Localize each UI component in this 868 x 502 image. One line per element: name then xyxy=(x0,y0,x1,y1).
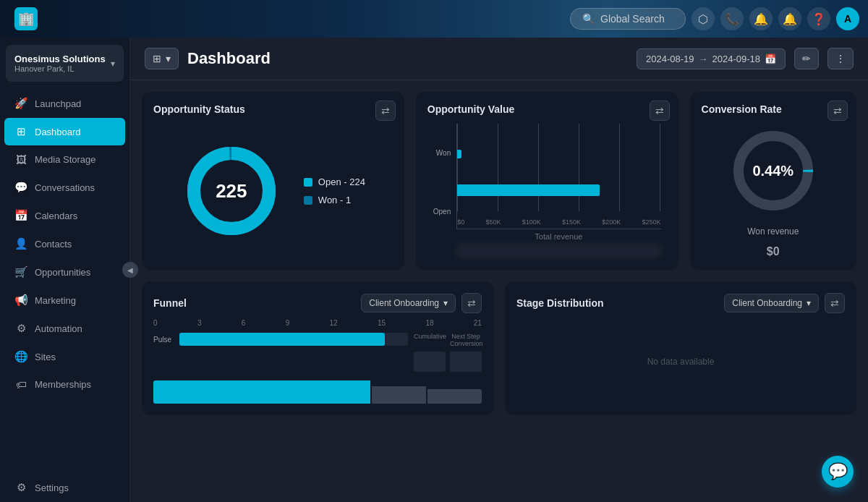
funnel-segment-3 xyxy=(427,389,482,404)
widgets-row-2: Funnel Client Onboarding ▾ ⇄ 0 3 xyxy=(142,281,856,415)
funnel-dropdown[interactable]: Client Onboarding ▾ xyxy=(361,294,456,312)
topbar: 🏢 🔍 Global Search ⬡ 📞 🔔 🔔 ❓ A xyxy=(0,0,868,38)
legend-item-won: Won - 1 xyxy=(304,195,365,205)
funnel-segment-2 xyxy=(372,386,426,404)
dashboard-view-toggle[interactable]: ⊞ ▾ xyxy=(145,48,179,69)
date-range-picker[interactable]: 2024-08-19 → 2024-09-18 📅 xyxy=(637,48,786,69)
sidebar-item-calendars[interactable]: 📅 Calendars xyxy=(4,202,125,229)
notification-plus-icon[interactable]: 🔔 xyxy=(749,7,773,30)
bar-won xyxy=(457,150,461,158)
col-cumulative-label: Cumulative xyxy=(414,333,446,347)
marketing-icon: 📢 xyxy=(14,294,27,307)
legend-dot-open xyxy=(304,178,312,187)
sidebar-item-label: Launchpad xyxy=(35,98,81,109)
date-from: 2024-08-19 xyxy=(646,54,694,64)
funnel-bar-fill xyxy=(179,333,385,346)
sidebar-item-automation[interactable]: ⚙ Automation xyxy=(4,315,125,342)
sidebar-item-memberships[interactable]: 🏷 Memberships xyxy=(4,371,125,398)
sidebar-item-marketing[interactable]: 📢 Marketing xyxy=(4,286,125,314)
legend-dot-won xyxy=(304,196,312,205)
contacts-icon: 👤 xyxy=(14,237,27,250)
stage-distribution-dropdown[interactable]: Client Onboarding ▾ xyxy=(724,294,819,312)
media-icon: 🖼 xyxy=(14,153,27,166)
conversion-rate-widget: Conversion Rate ⇄ 0.44% Won revenue $0 xyxy=(690,92,856,270)
chevron-down-icon: ▾ xyxy=(166,53,171,64)
sidebar-item-settings[interactable]: ⚙ Settings xyxy=(4,474,125,501)
sidebar-nav: 🚀 Launchpad ⊞ Dashboard 🖼 Media Storage … xyxy=(0,89,129,399)
chat-bubble-button[interactable]: 💬 xyxy=(822,456,854,488)
funnel-content: 0 3 6 9 12 15 18 21 xyxy=(153,319,482,404)
sidebar-item-label: Sites xyxy=(35,352,56,362)
blurred-value xyxy=(456,244,660,258)
widget-settings-button[interactable]: ⇄ xyxy=(650,101,670,121)
x-label-100k: $100K xyxy=(522,218,541,226)
funnel-settings-button[interactable]: ⇄ xyxy=(461,293,482,313)
widget-settings-button[interactable]: ⇄ xyxy=(827,101,848,121)
widget-settings-button[interactable]: ⇄ xyxy=(375,101,396,121)
calendars-icon: 📅 xyxy=(14,209,27,222)
x-label-200k: $200K xyxy=(602,218,621,226)
widget-title: Opportunity Status xyxy=(153,103,393,115)
sidebar-item-contacts[interactable]: 👤 Contacts xyxy=(4,230,125,258)
col-nextstep-label: Next StepConversion xyxy=(450,333,482,347)
sidebar-item-conversations[interactable]: 💬 Conversations xyxy=(4,174,125,201)
funnel-bar-track xyxy=(179,333,408,346)
sidebar-brand[interactable]: Onesimus Solutions Hanover Park, IL ▾ xyxy=(6,45,124,82)
conversion-amount: $0 xyxy=(767,245,780,258)
bell-icon[interactable]: 🔔 xyxy=(778,7,801,30)
y-label-open: Open xyxy=(433,208,451,216)
more-options-button[interactable]: ⋮ xyxy=(827,48,854,69)
stage-dropdown-label: Client Onboarding xyxy=(732,298,802,308)
grid-icon: ⊞ xyxy=(153,53,161,64)
launchpad-icon: 🚀 xyxy=(14,97,27,110)
page-title: Dashboard xyxy=(187,49,628,68)
memberships-icon: 🏷 xyxy=(14,378,27,391)
conversion-donut-chart: 0.44% xyxy=(726,124,820,218)
funnel-axis: 0 3 6 9 12 15 18 21 xyxy=(153,319,482,330)
stage-distribution-widget: Stage Distribution Client Onboarding ▾ ⇄… xyxy=(505,281,856,415)
edit-button[interactable]: ✏ xyxy=(794,48,819,69)
sidebar-item-sites[interactable]: 🌐 Sites xyxy=(4,343,125,370)
settings-icon: ⚙ xyxy=(14,481,27,494)
brand-name: Onesimus Solutions xyxy=(14,54,106,64)
global-search-bar[interactable]: 🔍 Global Search xyxy=(570,8,686,30)
brand-location: Hanover Park, IL xyxy=(14,64,106,73)
phone-icon[interactable]: 📞 xyxy=(720,7,744,30)
opportunity-value-content: Won Open xyxy=(427,124,667,258)
funnel-header: Funnel Client Onboarding ▾ ⇄ xyxy=(153,293,482,313)
app-logo: 🏢 xyxy=(14,7,38,30)
widgets-area: Opportunity Status ⇄ xyxy=(130,80,868,502)
x-label-150k: $150K xyxy=(562,218,581,226)
donut-total: 225 xyxy=(216,180,247,203)
stage-distribution-settings-button[interactable]: ⇄ xyxy=(825,293,845,313)
sidebar-item-label: Settings xyxy=(35,482,69,493)
layers-icon[interactable]: ⬡ xyxy=(692,7,715,30)
chevron-down-icon: ▾ xyxy=(111,59,115,69)
dashboard-header: ⊞ ▾ Dashboard 2024-08-19 → 2024-09-18 📅 … xyxy=(130,38,868,80)
x-label-0: $0 xyxy=(457,218,464,226)
opportunities-icon: 🛒 xyxy=(14,265,27,278)
opportunity-status-widget: Opportunity Status ⇄ xyxy=(142,92,404,270)
sidebar-item-launchpad[interactable]: 🚀 Launchpad xyxy=(4,90,125,117)
cumulative-bar xyxy=(414,352,446,372)
user-avatar[interactable]: A xyxy=(836,7,859,30)
sidebar-item-opportunities[interactable]: 🛒 Opportunities xyxy=(4,258,125,286)
sidebar-item-label: Memberships xyxy=(35,379,91,390)
funnel-widget: Funnel Client Onboarding ▾ ⇄ 0 3 xyxy=(142,281,493,415)
automation-icon: ⚙ xyxy=(14,322,27,335)
widget-title: Opportunity Value xyxy=(427,103,667,115)
search-icon: 🔍 xyxy=(582,13,595,25)
sidebar-collapse-button[interactable]: ◀ xyxy=(122,262,138,278)
x-label-50k: $50K xyxy=(485,218,501,226)
sidebar-item-media-storage[interactable]: 🖼 Media Storage xyxy=(4,146,125,173)
conversion-subtitle: Won revenue xyxy=(747,226,799,237)
sidebar-item-label: Dashboard xyxy=(35,127,81,137)
help-icon[interactable]: ❓ xyxy=(807,7,830,30)
sidebar-item-label: Marketing xyxy=(35,295,76,306)
sidebar-item-dashboard[interactable]: ⊞ Dashboard xyxy=(4,118,125,145)
funnel-segment-1 xyxy=(153,380,370,404)
conversion-rate-content: 0.44% Won revenue $0 xyxy=(702,124,845,258)
legend-label-open: Open - 224 xyxy=(318,176,365,187)
chart-legend: Open - 224 Won - 1 xyxy=(304,176,365,205)
sidebar-item-label: Opportunities xyxy=(35,267,90,278)
